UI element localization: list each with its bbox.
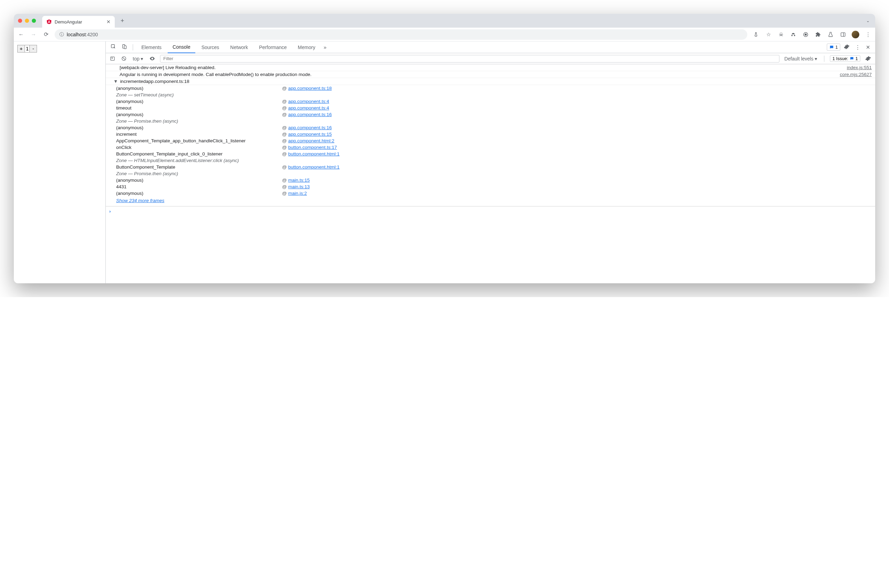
minus-button[interactable]: - — [29, 45, 37, 52]
extension-skull-icon[interactable]: ☠ — [777, 31, 785, 38]
counter-widget: + 1 - — [17, 45, 37, 52]
forward-button[interactable]: → — [30, 32, 38, 38]
tab-memory[interactable]: Memory — [293, 42, 320, 53]
console-output: [webpack-dev-server] Live Reloading enab… — [106, 64, 875, 283]
at-symbol: @ — [282, 178, 287, 183]
log-levels-selector[interactable]: Default levels ▾ — [783, 56, 818, 62]
filter-input[interactable] — [160, 55, 779, 63]
stack-frame: (anonymous)@main.js:2 — [116, 190, 872, 196]
more-tabs-icon[interactable]: » — [321, 44, 328, 50]
devtools-menu-icon[interactable]: ⋮ — [853, 44, 862, 51]
dropdown-caret-icon: ▾ — [141, 56, 143, 62]
log-line: [webpack-dev-server] Live Reloading enab… — [106, 64, 875, 71]
tab-sources[interactable]: Sources — [197, 42, 224, 53]
back-button[interactable]: ← — [17, 32, 25, 38]
at-symbol: @ — [282, 105, 287, 111]
close-devtools-icon[interactable]: ✕ — [864, 44, 872, 51]
zone-label: Zone — setTimeout (async) — [116, 92, 282, 98]
issues-chip[interactable]: 1 — [827, 44, 840, 51]
tab-console[interactable]: Console — [168, 42, 195, 53]
tab-performance[interactable]: Performance — [254, 42, 291, 53]
stack-frame: timeout@app.component.ts:4 — [116, 105, 872, 111]
new-tab-button[interactable]: + — [117, 16, 127, 26]
site-info-icon[interactable]: ⓘ — [59, 32, 64, 38]
frame-function: (anonymous) — [116, 125, 282, 130]
frame-source-link[interactable]: app.component.ts:16 — [288, 112, 332, 117]
frame-source-link[interactable]: app.component.ts:16 — [288, 125, 332, 130]
frame-source-link[interactable]: main.js:2 — [288, 191, 307, 196]
frame-source-link[interactable]: button.component.ts:17 — [288, 145, 337, 150]
frame-source-link[interactable]: button.component.html:1 — [288, 165, 340, 170]
side-panel-icon[interactable] — [839, 31, 847, 38]
settings-gear-icon[interactable] — [842, 44, 851, 51]
stack-frame: (anonymous)@app.component.ts:4 — [116, 98, 872, 105]
labs-flask-icon[interactable] — [827, 31, 834, 38]
browser-tab[interactable]: DemoAngular ✕ — [42, 16, 115, 28]
browser-toolbar: ← → ⟳ ⓘ localhost:4200 ☆ ☠ — [14, 28, 875, 42]
frame-function: AppComponent_Template_app_button_handleC… — [116, 138, 282, 143]
frame-source-link[interactable]: app.component.ts:15 — [288, 132, 332, 137]
console-prompt[interactable]: › — [106, 206, 875, 216]
frame-source-link[interactable]: main.ts:15 — [288, 178, 310, 183]
at-symbol: @ — [282, 112, 287, 117]
extensions-puzzle-icon[interactable] — [814, 31, 822, 38]
console-sidebar-toggle-icon[interactable] — [108, 56, 117, 61]
counter-value: 1 — [25, 45, 29, 52]
at-symbol: @ — [282, 184, 287, 189]
stack-trace: (anonymous)@app.component.ts:18Zone — se… — [106, 85, 875, 206]
stack-frame: (anonymous)@main.ts:15 — [116, 177, 872, 183]
frame-function: (anonymous) — [116, 99, 282, 104]
frame-source-link[interactable]: app.component.ts:4 — [288, 105, 329, 111]
reload-button[interactable]: ⟳ — [42, 31, 50, 38]
log-source-link[interactable]: core.mjs:25627 — [840, 72, 872, 77]
console-settings-gear-icon[interactable] — [864, 56, 872, 62]
close-tab-icon[interactable]: ✕ — [107, 19, 111, 24]
close-window-button[interactable] — [18, 19, 22, 23]
at-symbol: @ — [282, 145, 287, 150]
content-area: + 1 - Elements Console Sources Network P… — [14, 42, 875, 283]
bookmark-star-icon[interactable]: ☆ — [764, 31, 772, 38]
share-icon[interactable] — [752, 31, 760, 38]
tab-elements[interactable]: Elements — [137, 42, 166, 53]
log-source-link[interactable]: index.js:551 — [847, 65, 872, 70]
console-toolbar: top ▾ Default levels ▾ 1 Issue: 1 — [106, 53, 875, 64]
collapse-triangle-icon[interactable]: ▼ — [113, 79, 118, 84]
show-more-frames-link[interactable]: Show 234 more frames — [116, 196, 872, 204]
tab-title: DemoAngular — [55, 20, 104, 24]
trace-source-link[interactable]: app.component.ts:18 — [146, 79, 189, 84]
at-symbol: @ — [282, 86, 287, 91]
at-symbol: @ — [282, 165, 287, 170]
at-symbol: @ — [282, 125, 287, 130]
inspect-element-icon[interactable] — [108, 44, 118, 51]
stack-zone-divider: Zone — Promise.then (async) — [116, 118, 872, 124]
url-host: localhost — [67, 32, 86, 37]
tabs-dropdown-icon[interactable]: ⌄ — [865, 18, 871, 23]
incognito-icon[interactable] — [790, 31, 797, 38]
frame-source-link[interactable]: app.component.ts:18 — [288, 86, 332, 91]
frame-function: ButtonComponent_Template — [116, 165, 282, 170]
extension-eye-icon[interactable] — [802, 31, 809, 38]
at-symbol: @ — [282, 132, 287, 137]
frame-source-link[interactable]: app.component.ts:4 — [288, 99, 329, 104]
profile-avatar[interactable] — [851, 31, 859, 38]
context-selector[interactable]: top ▾ — [131, 56, 144, 62]
tab-network[interactable]: Network — [225, 42, 253, 53]
minimize-window-button[interactable] — [25, 19, 29, 23]
frame-source-link[interactable]: app.component.html:2 — [288, 138, 335, 143]
plus-button[interactable]: + — [17, 45, 25, 52]
devtools-tabs: Elements Console Sources Network Perform… — [106, 42, 875, 53]
frame-source-link[interactable]: button.component.html:1 — [288, 152, 340, 156]
frame-source-link[interactable]: main.ts:13 — [288, 184, 310, 189]
clear-console-icon[interactable] — [120, 56, 128, 61]
devtools-panel: Elements Console Sources Network Perform… — [105, 42, 875, 283]
address-bar[interactable]: ⓘ localhost:4200 — [55, 29, 747, 40]
device-toolbar-icon[interactable] — [120, 44, 129, 51]
chrome-menu-icon[interactable]: ⋮ — [864, 31, 872, 38]
live-expression-eye-icon[interactable] — [148, 56, 156, 62]
issues-indicator[interactable]: 1 Issue: 1 — [830, 55, 860, 62]
stack-frame: ButtonComponent_Template@button.componen… — [116, 164, 872, 170]
titlebar: DemoAngular ✕ + ⌄ — [14, 14, 875, 28]
maximize-window-button[interactable] — [32, 19, 36, 23]
at-symbol: @ — [282, 99, 287, 104]
frame-function: (anonymous) — [116, 191, 282, 196]
